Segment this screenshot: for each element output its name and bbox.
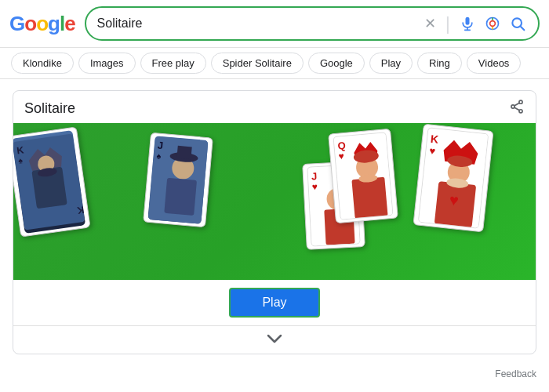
- card-title: Solitaire: [24, 100, 75, 117]
- tab-klondike[interactable]: Klondike: [11, 53, 74, 74]
- chevron-down-icon[interactable]: [265, 331, 284, 349]
- card-jack-spades: J ♠: [143, 132, 213, 228]
- svg-text:♥: ♥: [311, 181, 318, 192]
- tab-spider-solitaire[interactable]: Spider Solitaire: [211, 53, 304, 74]
- search-bar: ✕ |: [85, 6, 540, 41]
- solitaire-game-area: K ♠ K J: [13, 123, 536, 280]
- share-icon[interactable]: [509, 99, 525, 118]
- lens-icon[interactable]: [483, 14, 502, 33]
- logo-g2: g: [48, 12, 60, 35]
- play-row: Play: [13, 280, 536, 325]
- svg-text:♥: ♥: [338, 151, 344, 162]
- divider: |: [445, 13, 450, 34]
- card-title-row: Solitaire: [13, 91, 536, 123]
- svg-text:K: K: [430, 132, 439, 146]
- svg-rect-41: [351, 177, 387, 219]
- tab-images[interactable]: Images: [78, 53, 136, 74]
- svg-point-4: [490, 21, 496, 27]
- header: Google ✕ |: [0, 0, 549, 48]
- card-king-hearts: K ♥ K ♥: [413, 124, 493, 233]
- logo-o2: o: [36, 12, 48, 35]
- tab-google[interactable]: Google: [308, 53, 365, 74]
- tab-play[interactable]: Play: [369, 53, 413, 74]
- svg-rect-25: [176, 146, 191, 160]
- svg-rect-26: [164, 178, 197, 216]
- svg-text:♥: ♥: [449, 191, 460, 209]
- svg-text:J: J: [157, 140, 164, 152]
- tab-free-play[interactable]: Free play: [140, 53, 206, 74]
- logo-e: e: [64, 12, 75, 35]
- mic-icon[interactable]: [458, 14, 477, 33]
- king-spades-art: K ♠ K: [13, 130, 85, 234]
- logo-o1: o: [24, 12, 36, 35]
- feedback-link[interactable]: Feedback: [495, 368, 536, 379]
- svg-line-8: [521, 27, 525, 31]
- search-input[interactable]: [97, 16, 416, 31]
- card-queen-hearts: Q ♥: [328, 129, 398, 224]
- svg-line-13: [514, 107, 519, 110]
- search-submit-icon[interactable]: [508, 14, 527, 33]
- expand-row: [13, 325, 536, 354]
- logo-g: G: [9, 12, 24, 35]
- svg-rect-0: [466, 17, 470, 25]
- tab-videos[interactable]: Videos: [467, 53, 522, 74]
- tab-ring[interactable]: Ring: [417, 53, 462, 74]
- google-logo: Google: [9, 12, 75, 36]
- solitaire-card: Solitaire: [13, 90, 536, 354]
- feedback-row: Feedback: [0, 365, 549, 383]
- play-button[interactable]: Play: [229, 288, 319, 318]
- clear-icon[interactable]: ✕: [423, 13, 438, 34]
- svg-line-12: [514, 103, 519, 105]
- svg-text:♠: ♠: [156, 151, 162, 161]
- svg-text:J: J: [360, 231, 361, 243]
- search-tabs: Klondike Images Free play Spider Solitai…: [0, 48, 549, 79]
